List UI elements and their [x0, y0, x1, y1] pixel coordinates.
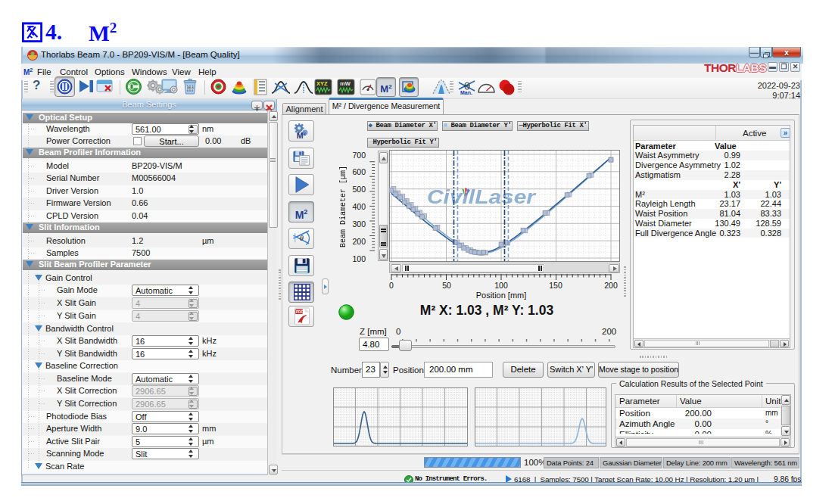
svg-text:88:8: 88:8: [187, 86, 194, 90]
svg-text:CivilLaser: CivilLaser: [427, 185, 537, 208]
svg-text:M2: M2: [297, 131, 307, 140]
svg-text:PDF: PDF: [296, 310, 304, 314]
svg-text:mW: mW: [340, 80, 351, 87]
svg-text:θ: θ: [300, 234, 304, 242]
svg-text:Man.: Man.: [460, 90, 472, 95]
svg-text:XYZ: XYZ: [316, 80, 328, 87]
